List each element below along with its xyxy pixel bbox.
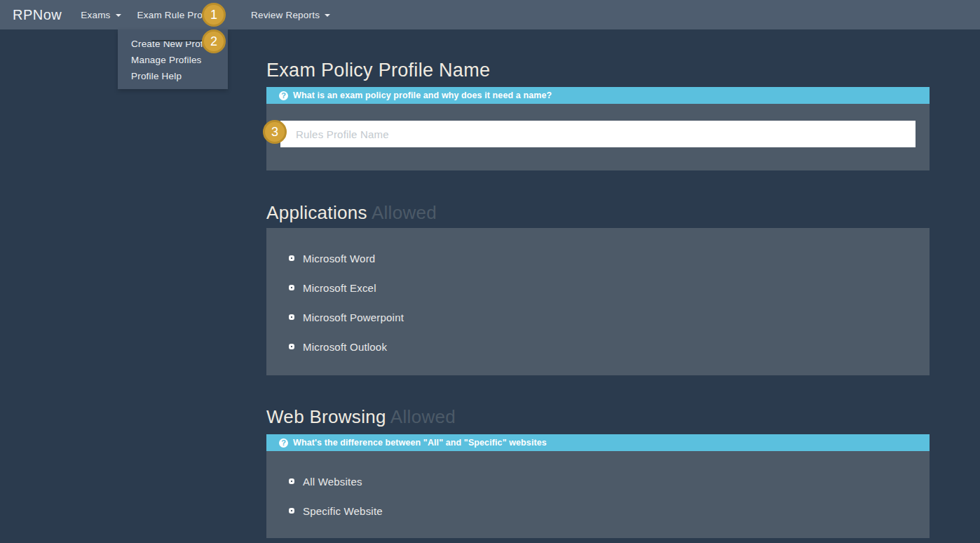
checkbox-row: Microsoft Excel [289,282,930,293]
question-circle-icon: ? [279,91,288,100]
nav-item-review-reports[interactable]: Review Reports [251,10,330,20]
checkbox-label: Microsoft Excel [303,282,376,294]
section-subtitle: Allowed [372,202,437,223]
nav-item-label: Review Reports [251,10,320,20]
checkbox-specific-website[interactable] [289,508,294,514]
chevron-down-icon [325,14,330,17]
applications-section-title: Applications Allowed [266,202,930,223]
menu-item-profile-help[interactable]: Profile Help [118,68,228,84]
checkbox-label: Microsoft Word [303,253,375,264]
section-title-text: Web Browsing [266,406,386,427]
checkbox-label: Specific Website [303,505,383,517]
section-title-text: Applications [266,202,367,223]
checkbox-row: Microsoft Outlook [289,341,930,352]
help-bar-text: What's the difference between "All" and … [293,438,547,448]
web-browsing-help-bar[interactable]: ? What's the difference between "All" an… [266,434,930,451]
rules-profile-name-input[interactable] [280,121,916,147]
annotation-badge-1: 1 [202,3,226,27]
checkbox-label: Microsoft Powerpoint [303,311,404,323]
checkbox-label: Microsoft Outlook [303,341,387,353]
checkbox-all-websites[interactable] [289,478,294,484]
profile-name-panel [266,104,930,170]
checkbox-microsoft-word[interactable] [289,255,294,261]
main-content: Exam Policy Profile Name ? What is an ex… [266,59,930,538]
checkbox-row: All Websites [289,476,930,487]
web-browsing-section-title: Web Browsing Allowed [266,406,930,427]
checkbox-microsoft-powerpoint[interactable] [289,314,294,320]
checkbox-row: Microsoft Powerpoint [289,311,930,323]
checkbox-label: All Websites [303,476,362,488]
annotation-badge-3: 3 [263,120,287,144]
annotation-badge-2: 2 [202,29,226,53]
profile-name-help-bar[interactable]: ? What is an exam policy profile and why… [266,87,930,104]
applications-panel: Microsoft Word Microsoft Excel Microsoft… [266,228,930,375]
checkbox-microsoft-excel[interactable] [289,285,294,290]
question-circle-icon: ? [279,438,288,448]
checkbox-row: Specific Website [289,505,930,516]
nav-item-label: Exams [81,10,110,20]
brand-logo[interactable]: RPNow [13,7,62,23]
annotation-line [151,40,205,41]
section-subtitle: Allowed [390,406,456,427]
nav-item-exams[interactable]: Exams [81,10,121,20]
top-navbar: RPNow Exams Exam Rule Profile Review Rep… [0,0,980,29]
checkbox-row: Microsoft Word [289,253,930,264]
checkbox-microsoft-outlook[interactable] [289,344,294,349]
help-bar-text: What is an exam policy profile and why d… [293,90,552,100]
menu-item-manage-profiles[interactable]: Manage Profiles [118,52,228,68]
chevron-down-icon [116,14,121,17]
page-title: Exam Policy Profile Name [266,59,930,81]
web-browsing-panel: All Websites Specific Website [266,451,930,538]
